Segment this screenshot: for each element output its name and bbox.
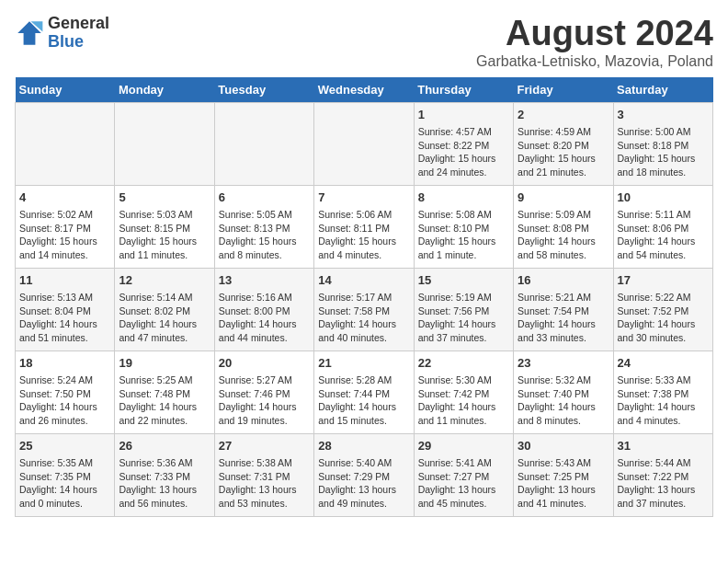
day-info: Sunrise: 5:44 AM Sunset: 7:22 PM Dayligh… (618, 456, 709, 511)
day-number: 26 (119, 438, 210, 454)
day-info: Sunrise: 5:41 AM Sunset: 7:27 PM Dayligh… (418, 456, 509, 511)
calendar-cell: 15Sunrise: 5:19 AM Sunset: 7:56 PM Dayli… (414, 268, 513, 350)
logo-blue: Blue (48, 33, 109, 52)
calendar-cell: 31Sunrise: 5:44 AM Sunset: 7:22 PM Dayli… (613, 433, 712, 516)
day-info: Sunrise: 5:38 AM Sunset: 7:31 PM Dayligh… (219, 456, 310, 511)
calendar-cell: 1Sunrise: 4:57 AM Sunset: 8:22 PM Daylig… (414, 102, 513, 185)
calendar-cell: 24Sunrise: 5:33 AM Sunset: 7:38 PM Dayli… (613, 350, 712, 433)
day-info: Sunrise: 5:09 AM Sunset: 8:08 PM Dayligh… (518, 208, 609, 262)
weekday-header-monday: Monday (115, 77, 214, 103)
day-number: 30 (518, 438, 609, 454)
day-number: 1 (418, 107, 509, 123)
day-info: Sunrise: 5:43 AM Sunset: 7:25 PM Dayligh… (518, 456, 609, 511)
day-number: 4 (19, 190, 110, 206)
calendar-cell: 18Sunrise: 5:24 AM Sunset: 7:50 PM Dayli… (16, 350, 115, 433)
calendar-cell (115, 102, 214, 185)
day-info: Sunrise: 5:00 AM Sunset: 8:18 PM Dayligh… (618, 125, 709, 179)
day-number: 18 (19, 355, 110, 372)
calendar-cell: 2Sunrise: 4:59 AM Sunset: 8:20 PM Daylig… (514, 102, 613, 185)
calendar-cell: 28Sunrise: 5:40 AM Sunset: 7:29 PM Dayli… (314, 433, 414, 516)
day-number: 23 (518, 355, 609, 372)
calendar-cell: 4Sunrise: 5:02 AM Sunset: 8:17 PM Daylig… (16, 185, 115, 268)
day-info: Sunrise: 5:22 AM Sunset: 7:52 PM Dayligh… (618, 291, 709, 345)
title-block: August 2024 Garbatka-Letnisko, Mazovia, … (476, 15, 713, 70)
day-info: Sunrise: 5:06 AM Sunset: 8:11 PM Dayligh… (318, 208, 409, 262)
day-number: 17 (618, 272, 709, 289)
day-number: 6 (219, 190, 310, 206)
calendar-table: SundayMondayTuesdayWednesdayThursdayFrid… (15, 77, 713, 517)
day-number: 15 (418, 272, 509, 289)
calendar-cell: 29Sunrise: 5:41 AM Sunset: 7:27 PM Dayli… (414, 433, 513, 516)
calendar-cell: 17Sunrise: 5:22 AM Sunset: 7:52 PM Dayli… (613, 268, 712, 350)
calendar-cell: 30Sunrise: 5:43 AM Sunset: 7:25 PM Dayli… (514, 433, 613, 516)
logo: General Blue (15, 15, 109, 52)
day-info: Sunrise: 5:30 AM Sunset: 7:42 PM Dayligh… (418, 373, 509, 428)
day-info: Sunrise: 5:03 AM Sunset: 8:15 PM Dayligh… (119, 208, 210, 262)
day-info: Sunrise: 5:35 AM Sunset: 7:35 PM Dayligh… (19, 456, 110, 511)
day-info: Sunrise: 5:13 AM Sunset: 8:04 PM Dayligh… (19, 291, 110, 345)
day-info: Sunrise: 5:21 AM Sunset: 7:54 PM Dayligh… (518, 291, 609, 345)
calendar-week-row: 11Sunrise: 5:13 AM Sunset: 8:04 PM Dayli… (16, 268, 713, 350)
calendar-cell: 19Sunrise: 5:25 AM Sunset: 7:48 PM Dayli… (115, 350, 214, 433)
day-number: 19 (119, 355, 210, 372)
calendar-cell (214, 102, 313, 185)
day-number: 11 (19, 272, 110, 289)
calendar-cell: 26Sunrise: 5:36 AM Sunset: 7:33 PM Dayli… (115, 433, 214, 516)
day-number: 21 (318, 355, 409, 372)
calendar-cell: 6Sunrise: 5:05 AM Sunset: 8:13 PM Daylig… (214, 185, 313, 268)
day-info: Sunrise: 5:25 AM Sunset: 7:48 PM Dayligh… (119, 373, 210, 428)
calendar-cell (314, 102, 414, 185)
day-number: 14 (318, 272, 409, 289)
calendar-cell: 14Sunrise: 5:17 AM Sunset: 7:58 PM Dayli… (314, 268, 414, 350)
day-info: Sunrise: 5:27 AM Sunset: 7:46 PM Dayligh… (219, 373, 310, 428)
day-number: 16 (518, 272, 609, 289)
logo-text: General Blue (48, 15, 109, 52)
day-number: 24 (618, 355, 709, 372)
day-info: Sunrise: 5:28 AM Sunset: 7:44 PM Dayligh… (318, 373, 409, 428)
weekday-header-thursday: Thursday (414, 77, 513, 103)
calendar-cell: 10Sunrise: 5:11 AM Sunset: 8:06 PM Dayli… (613, 185, 712, 268)
calendar-cell: 11Sunrise: 5:13 AM Sunset: 8:04 PM Dayli… (16, 268, 115, 350)
calendar-cell: 7Sunrise: 5:06 AM Sunset: 8:11 PM Daylig… (314, 185, 414, 268)
weekday-header-wednesday: Wednesday (314, 77, 414, 103)
day-info: Sunrise: 5:33 AM Sunset: 7:38 PM Dayligh… (618, 373, 709, 428)
day-number: 25 (19, 438, 110, 454)
calendar-week-row: 4Sunrise: 5:02 AM Sunset: 8:17 PM Daylig… (16, 185, 713, 268)
day-info: Sunrise: 5:32 AM Sunset: 7:40 PM Dayligh… (518, 373, 609, 428)
logo-general: General (48, 15, 109, 33)
calendar-subtitle: Garbatka-Letnisko, Mazovia, Poland (476, 53, 713, 70)
calendar-cell: 16Sunrise: 5:21 AM Sunset: 7:54 PM Dayli… (514, 268, 613, 350)
calendar-title: August 2024 (476, 15, 713, 53)
day-number: 3 (618, 107, 709, 123)
day-info: Sunrise: 5:17 AM Sunset: 7:58 PM Dayligh… (318, 291, 409, 345)
day-info: Sunrise: 5:14 AM Sunset: 8:02 PM Dayligh… (119, 291, 210, 345)
day-number: 2 (518, 107, 609, 123)
calendar-cell: 12Sunrise: 5:14 AM Sunset: 8:02 PM Dayli… (115, 268, 214, 350)
logo-icon (15, 18, 44, 48)
day-info: Sunrise: 4:59 AM Sunset: 8:20 PM Dayligh… (518, 125, 609, 179)
weekday-header-sunday: Sunday (16, 77, 115, 103)
day-number: 31 (618, 438, 709, 454)
weekday-header-row: SundayMondayTuesdayWednesdayThursdayFrid… (16, 77, 713, 103)
calendar-cell: 13Sunrise: 5:16 AM Sunset: 8:00 PM Dayli… (214, 268, 313, 350)
day-number: 28 (318, 438, 409, 454)
day-number: 12 (119, 272, 210, 289)
day-info: Sunrise: 4:57 AM Sunset: 8:22 PM Dayligh… (418, 125, 509, 179)
day-number: 9 (518, 190, 609, 206)
page-header: General Blue August 2024 Garbatka-Letnis… (15, 15, 713, 70)
day-number: 20 (219, 355, 310, 372)
calendar-cell: 9Sunrise: 5:09 AM Sunset: 8:08 PM Daylig… (514, 185, 613, 268)
day-info: Sunrise: 5:05 AM Sunset: 8:13 PM Dayligh… (219, 208, 310, 262)
day-number: 22 (418, 355, 509, 372)
day-number: 10 (618, 190, 709, 206)
calendar-cell: 3Sunrise: 5:00 AM Sunset: 8:18 PM Daylig… (613, 102, 712, 185)
calendar-cell: 25Sunrise: 5:35 AM Sunset: 7:35 PM Dayli… (16, 433, 115, 516)
calendar-cell: 8Sunrise: 5:08 AM Sunset: 8:10 PM Daylig… (414, 185, 513, 268)
weekday-header-saturday: Saturday (613, 77, 712, 103)
day-info: Sunrise: 5:02 AM Sunset: 8:17 PM Dayligh… (19, 208, 110, 262)
calendar-cell: 20Sunrise: 5:27 AM Sunset: 7:46 PM Dayli… (214, 350, 313, 433)
calendar-cell (16, 102, 115, 185)
day-info: Sunrise: 5:16 AM Sunset: 8:00 PM Dayligh… (219, 291, 310, 345)
day-info: Sunrise: 5:11 AM Sunset: 8:06 PM Dayligh… (618, 208, 709, 262)
day-info: Sunrise: 5:40 AM Sunset: 7:29 PM Dayligh… (318, 456, 409, 511)
